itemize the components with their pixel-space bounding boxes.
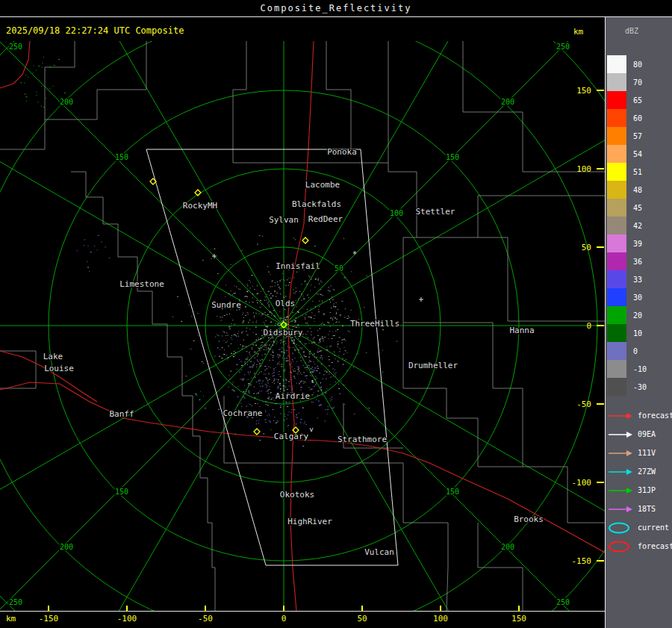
storm-ellipse-icon [607, 540, 634, 553]
city-label-Airdrie: Airdrie [276, 391, 310, 401]
dbz-color-swatch [607, 288, 626, 306]
track-arrow-icon [607, 428, 634, 441]
city-label-Lake: Lake [43, 352, 63, 361]
city-label-RockyMH: RockyMH [183, 201, 217, 211]
dbz-color-swatch [607, 91, 626, 109]
svg-text:150: 150 [115, 488, 128, 496]
dbz-color-swatch [607, 234, 626, 252]
bottom-axis-label: -50 [198, 614, 213, 624]
city-label-Didsbury: Didsbury [264, 328, 303, 338]
legend-label: 31JP [634, 486, 656, 494]
svg-text:100: 100 [390, 209, 403, 217]
dbz-color-swatch [607, 324, 626, 342]
dbz-color-swatch [607, 55, 626, 73]
dbz-scale-row: 51 [607, 163, 647, 181]
dbz-scale-value: 36 [626, 258, 642, 266]
dbz-color-swatch [607, 217, 626, 234]
dbz-scale-row: 54 [607, 145, 647, 163]
svg-text:150: 150 [446, 153, 459, 161]
radar-display[interactable]: 2502001505010015020025015020025015020025… [0, 0, 672, 628]
svg-text:250: 250 [9, 43, 22, 51]
legend-row-09EA: 09EA [607, 425, 672, 444]
legend-label: current [634, 523, 669, 532]
dbz-scale-value: 48 [626, 186, 642, 194]
track-arrow-icon [607, 447, 634, 460]
dbz-scale-value: 0 [626, 347, 638, 355]
track-legend: forecast09EA111V27ZW31JP18TScurrentforec… [607, 406, 672, 556]
city-label-Sundre: Sundre [211, 300, 241, 310]
city-label-Olds: Olds [276, 299, 296, 308]
track-arrow-icon [607, 484, 634, 497]
svg-text:250: 250 [556, 43, 570, 51]
dbz-scale-value: 60 [626, 114, 642, 122]
dbz-scale-value: 33 [626, 276, 642, 284]
dbz-color-swatch [607, 199, 626, 217]
dbz-scale-row: -10 [607, 360, 647, 378]
dbz-scale-value: 20 [626, 311, 642, 320]
legend-row-18TS: 18TS [607, 500, 672, 518]
svg-text:150: 150 [115, 153, 128, 161]
legend-row-31JP: 31JP [607, 481, 672, 500]
city-label-RedDeer: RedDeer [308, 214, 343, 224]
bottom-axis-label: 0 [281, 614, 287, 624]
dbz-color-swatch [607, 306, 626, 324]
legend-row-forecast: forecast [607, 406, 672, 425]
track-arrow-icon [607, 465, 634, 479]
city-label-HighRiver: HighRiver [287, 517, 332, 526]
dbz-color-scale: 807065605754514845423936333020100-10-30 [607, 55, 647, 396]
city-label-Strathmore: Strathmore [337, 435, 387, 444]
city-label-Innisfail: Innisfail [276, 261, 320, 271]
track-arrow-icon [607, 503, 634, 516]
coverage-sector-outline [146, 149, 398, 565]
legend-label: 18TS [634, 505, 656, 513]
dbz-scale-value: 45 [626, 204, 642, 212]
svg-text:200: 200 [60, 543, 73, 551]
dbz-scale-row: 70 [607, 73, 647, 91]
legend-label: forecast [634, 411, 672, 420]
dbz-scale-value: 65 [626, 96, 642, 105]
bottom-axis-label: 150 [511, 614, 526, 624]
dbz-scale-value: 39 [626, 240, 642, 248]
right-axis-label: 150 [576, 86, 591, 96]
site-diamond-marker [254, 429, 260, 435]
km-unit-top: km [573, 27, 583, 37]
city-label-Brooks: Brooks [514, 514, 544, 524]
bottom-axis-label: 50 [357, 614, 367, 624]
dbz-scale-value: 54 [626, 150, 642, 158]
dbz-color-swatch [607, 163, 626, 181]
status-row: 2025/09/18 22:27:24 UTC Composite km [0, 17, 605, 41]
reflectivity-echoes [20, 57, 397, 447]
legend-row-27ZW: 27ZW [607, 462, 672, 481]
legend-label: 111V [634, 449, 656, 457]
city-label-Drumheller: Drumheller [408, 361, 458, 370]
svg-text:200: 200 [501, 98, 514, 106]
dbz-scale-row: 60 [607, 109, 647, 127]
dbz-scale-row: 36 [607, 252, 647, 270]
svg-text:200: 200 [60, 98, 73, 106]
city-label-Blackfalds: Blackfalds [292, 199, 341, 209]
svg-text:250: 250 [9, 598, 22, 606]
dbz-scale-value: 30 [626, 293, 642, 302]
storm-ellipse-icon [607, 521, 634, 535]
track-arrow-icon [607, 409, 634, 423]
dbz-scale-row: 45 [607, 199, 647, 217]
dbz-color-swatch [607, 181, 626, 199]
caret-marker: v [309, 426, 313, 433]
right-axis-label: 0 [586, 321, 591, 331]
dbz-scale-row: 30 [607, 288, 647, 306]
bottom-axis-label: 100 [433, 614, 448, 624]
right-axis-label: 100 [576, 164, 591, 174]
city-label-Ponoka: Ponoka [327, 147, 357, 157]
colorbar-sidebar: dBZ 807065605754514845423936333020100-10… [605, 16, 672, 628]
right-axis-label: 50 [582, 243, 591, 252]
right-axis-label: -150 [572, 556, 592, 566]
city-label-Lacombe: Lacombe [305, 180, 340, 190]
dbz-scale-value: 10 [626, 329, 642, 338]
legend-label: 09EA [634, 430, 656, 438]
radar-app-window: 2502001505010015020025015020025015020025… [0, 0, 672, 628]
dbz-scale-value: 51 [626, 168, 642, 176]
dbz-scale-value: 80 [626, 60, 642, 69]
city-label-Vulcan: Vulcan [364, 547, 394, 557]
dbz-color-swatch [607, 342, 626, 360]
dbz-scale-row: 33 [607, 270, 647, 288]
